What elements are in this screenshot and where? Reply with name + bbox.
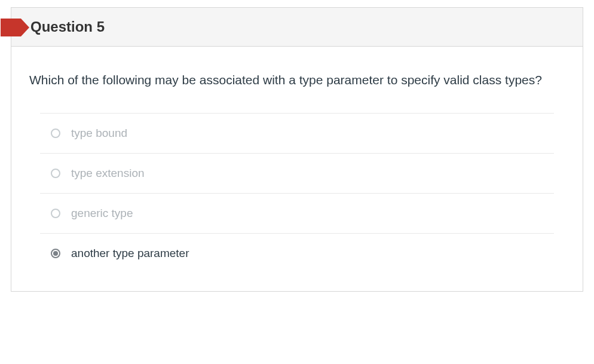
answers-list: type bound type extension generic type a… (40, 113, 554, 273)
answer-row[interactable]: type bound (40, 113, 554, 153)
question-header: Question 5 (11, 8, 583, 47)
answer-radio[interactable] (51, 249, 60, 258)
answer-row[interactable]: type extension (40, 153, 554, 193)
question-prompt: Which of the following may be associated… (29, 71, 565, 90)
question-title: Question 5 (30, 19, 567, 35)
answer-radio[interactable] (51, 129, 60, 138)
answer-row[interactable]: generic type (40, 193, 554, 233)
answer-label: type bound (71, 127, 127, 140)
answer-label: another type parameter (71, 247, 189, 260)
flag-icon[interactable] (1, 19, 21, 36)
answer-label: type extension (71, 167, 145, 180)
answer-radio[interactable] (51, 169, 60, 178)
question-body: Which of the following may be associated… (11, 47, 583, 291)
answer-radio[interactable] (51, 209, 60, 218)
question-card: Question 5 Which of the following may be… (11, 7, 583, 292)
answer-label: generic type (71, 207, 133, 220)
answer-row[interactable]: another type parameter (40, 233, 554, 273)
